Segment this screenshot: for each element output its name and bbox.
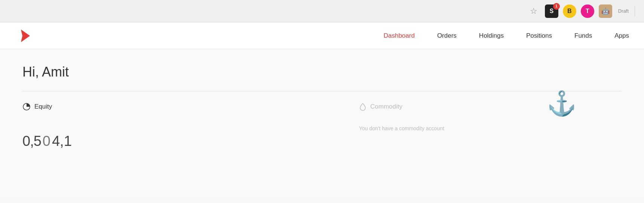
equity-label: Equity [34, 103, 52, 110]
separator [635, 6, 635, 17]
equity-number-partial: 0,5 [22, 133, 41, 149]
extension-black-icon[interactable]: S 1 [545, 4, 558, 18]
extension-pink-label: T [586, 8, 589, 15]
kite-logo[interactable] [15, 26, 34, 45]
extension-pink-icon[interactable]: T [581, 4, 594, 18]
nav-funds[interactable]: Funds [574, 31, 592, 41]
logo-area[interactable] [15, 26, 34, 45]
extension-black-label: S [549, 8, 553, 15]
nav-orders[interactable]: Orders [437, 31, 457, 41]
draft-button[interactable]: Draft [618, 8, 629, 14]
greeting-text: Hi, Amit [22, 64, 622, 80]
equity-number-part2: 4,1 [52, 133, 72, 149]
nav-positions[interactable]: Positions [526, 31, 552, 41]
extension-yellow-label: B [567, 8, 572, 15]
commodity-section: Commodity [359, 103, 402, 111]
equity-label-row: Equity [22, 103, 165, 111]
nav-apps[interactable]: Apps [614, 31, 629, 41]
equity-numbers-row: 0,5 0 4,1 [22, 133, 622, 149]
equity-pie-icon [22, 103, 31, 111]
svg-marker-0 [21, 29, 30, 42]
commodity-drop-icon [359, 103, 367, 111]
notification-badge: 1 [553, 3, 560, 10]
nav-dashboard[interactable]: Dashboard [384, 31, 415, 41]
main-content: Hi, Amit Equity Commodity [0, 49, 644, 199]
extension-yellow-icon[interactable]: B [563, 4, 576, 18]
main-nav: Dashboard Orders Holdings Positions Fund… [0, 22, 644, 49]
equity-number-cursor: 0 [43, 133, 50, 149]
star-button[interactable]: ☆ [530, 6, 537, 16]
no-commodity-text: You don't have a commodity account [359, 125, 444, 131]
divider [22, 91, 622, 91]
logo-svg [16, 27, 33, 44]
extension-tan-label: 🤖 [601, 7, 610, 15]
commodity-label-row: Commodity [359, 103, 402, 111]
commodity-label: Commodity [370, 103, 402, 110]
nav-links: Dashboard Orders Holdings Positions Fund… [384, 31, 629, 41]
accounts-container: Equity Commodity ⚓ You don't have a comm… [22, 103, 622, 111]
anchor-icon: ⚓ [547, 91, 577, 115]
anchor-area: ⚓ [547, 91, 577, 115]
browser-bar: ☆ S 1 B T 🤖 Draft [0, 0, 644, 22]
no-commodity-area: You don't have a commodity account [359, 125, 444, 132]
equity-section: Equity [22, 103, 165, 111]
nav-holdings[interactable]: Holdings [479, 31, 504, 41]
extension-tan-icon[interactable]: 🤖 [599, 4, 612, 18]
